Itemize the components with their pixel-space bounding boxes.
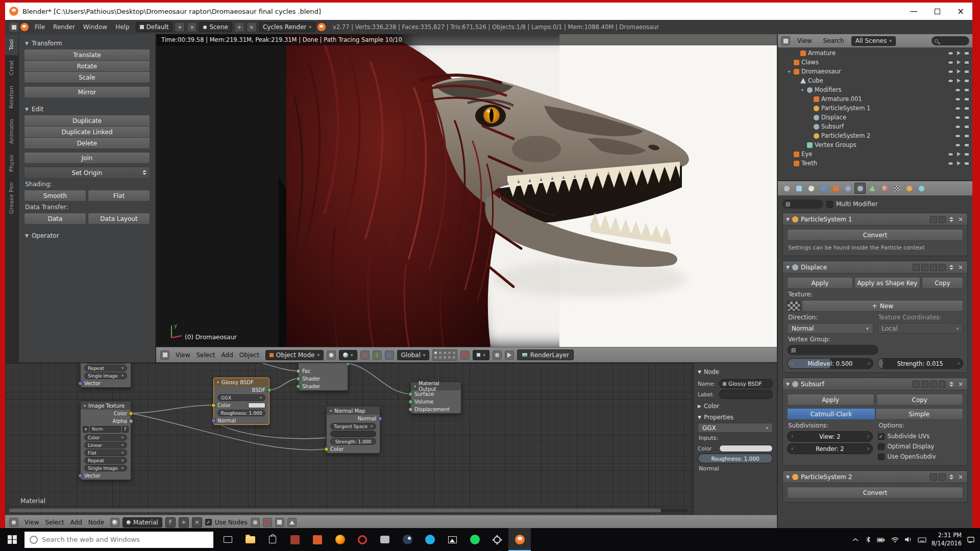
menu-item[interactable]: Render xyxy=(49,20,79,34)
outliner-search-menu[interactable]: Search xyxy=(819,34,848,48)
toolshelf-tab[interactable]: Relation xyxy=(5,81,19,114)
cage-icon[interactable] xyxy=(939,381,946,388)
outliner-row[interactable]: Modifiers xyxy=(778,85,972,94)
subdivide-uvs-checkbox[interactable]: ✓ xyxy=(878,433,885,440)
layers-widget[interactable] xyxy=(432,349,457,361)
normal-out-socket[interactable] xyxy=(378,416,382,421)
roughness-slider[interactable]: Roughness: 1.000 xyxy=(698,454,773,463)
selectable-cursor-icon[interactable] xyxy=(957,51,961,55)
node-mix-shader-partial[interactable]: Fac Shader Shader xyxy=(298,363,348,391)
move-modifier-arrows[interactable] xyxy=(949,217,953,222)
properties-tab-icon[interactable] xyxy=(891,183,902,194)
renderable-camera-icon[interactable] xyxy=(964,61,969,64)
outliner-row[interactable]: ParticleSystem 2 xyxy=(778,131,972,140)
render-engine-selector[interactable]: Cycles Render▾ xyxy=(259,22,315,32)
image-name-field[interactable]: Norm xyxy=(90,426,121,433)
taskbar-app-icon[interactable] xyxy=(486,528,508,551)
renderable-camera-icon[interactable] xyxy=(964,70,969,73)
taskbar-clock[interactable]: 2:31 PM 8/14/2016 xyxy=(932,532,962,547)
menu-item[interactable]: Select xyxy=(193,347,218,363)
properties-tab-icon[interactable] xyxy=(793,183,804,194)
menu-item[interactable]: Help xyxy=(111,20,133,34)
texture-thumbnail[interactable] xyxy=(787,301,800,311)
convert-button[interactable]: Convert xyxy=(787,487,963,498)
taskbar-app-icon[interactable] xyxy=(351,528,374,551)
visibility-eye-icon[interactable] xyxy=(948,61,953,64)
taskbar-app-icon[interactable] xyxy=(261,528,284,551)
properties-tab-icon[interactable] xyxy=(916,183,927,194)
node-name-field[interactable]: Glossy BSDF xyxy=(719,379,773,388)
keyboard-icon[interactable] xyxy=(918,528,926,551)
move-modifier-arrows[interactable] xyxy=(949,474,953,480)
menu-item[interactable]: View xyxy=(173,347,193,363)
taskbar-app-icon[interactable] xyxy=(419,528,441,551)
close-icon[interactable]: × xyxy=(957,264,964,271)
convert-button[interactable]: Convert xyxy=(787,229,963,241)
copy-button[interactable]: Copy xyxy=(876,394,964,406)
transform-orientation-selector[interactable]: Global▾ xyxy=(397,350,430,360)
cage-icon[interactable] xyxy=(939,264,946,271)
edit-button[interactable]: Duplicate Linked xyxy=(24,126,150,138)
show-viewport-icon[interactable] xyxy=(939,216,946,223)
render-toggle-icon[interactable] xyxy=(930,473,937,481)
visibility-eye-icon[interactable] xyxy=(955,107,961,110)
minimize-button[interactable]: — xyxy=(902,3,925,20)
toolshelf-tab[interactable]: Creat xyxy=(5,55,19,81)
editor-type-icon[interactable] xyxy=(160,350,169,360)
properties-section-header[interactable]: ▼Properties xyxy=(698,412,773,423)
scene-selector[interactable]: Scene xyxy=(199,22,232,32)
outliner-view-menu[interactable]: View xyxy=(793,34,816,48)
disclosure-triangle-icon[interactable] xyxy=(787,69,792,74)
menu-item[interactable]: Object xyxy=(236,347,262,363)
apply-as-shape-key-button[interactable]: Apply as Shape Key xyxy=(854,277,920,289)
use-nodes-checkbox[interactable]: ✓ xyxy=(205,519,212,525)
renderable-camera-icon[interactable] xyxy=(964,97,969,101)
maximize-button[interactable] xyxy=(925,3,949,20)
properties-tab-icon[interactable] xyxy=(903,183,915,194)
properties-tab-icon[interactable] xyxy=(867,183,878,194)
close-icon[interactable]: × xyxy=(957,216,964,223)
bsdf-socket[interactable] xyxy=(267,388,272,392)
alpha-socket[interactable] xyxy=(129,419,133,423)
close-icon[interactable]: × xyxy=(957,381,964,388)
taskbar-app-icon[interactable] xyxy=(216,528,239,551)
node-section-header[interactable]: ▼Node xyxy=(698,366,773,378)
wifi-icon[interactable] xyxy=(891,528,899,551)
modifier-header[interactable]: ▼ Subsurf × xyxy=(783,378,967,390)
color-swatch[interactable] xyxy=(719,445,773,452)
properties-tab-icon[interactable] xyxy=(805,183,817,194)
renderable-camera-icon[interactable] xyxy=(964,162,969,165)
color-socket[interactable] xyxy=(324,447,329,452)
outliner-search-input[interactable] xyxy=(932,36,969,45)
outliner-row[interactable]: Displace xyxy=(778,113,972,122)
renderlayer-selector[interactable]: RenderLayer xyxy=(517,349,574,360)
set-origin-menu[interactable]: Set Origin xyxy=(24,167,150,179)
renderable-camera-icon[interactable] xyxy=(964,143,969,147)
outliner-row[interactable]: ParticleSystem 1 xyxy=(778,104,972,113)
fac-socket[interactable] xyxy=(296,369,301,373)
surface-socket[interactable] xyxy=(408,392,413,396)
menu-item[interactable]: File xyxy=(31,20,49,34)
smooth-button[interactable]: Smooth xyxy=(24,190,86,202)
displacement-socket[interactable] xyxy=(408,407,413,412)
catmull-clark-button[interactable]: Catmull-Clark xyxy=(787,408,875,420)
show-viewport-icon[interactable] xyxy=(939,473,946,481)
color-swatch[interactable] xyxy=(248,403,265,408)
shader-socket[interactable] xyxy=(296,377,301,381)
simple-button[interactable]: Simple xyxy=(875,408,964,420)
data-button[interactable]: Data xyxy=(24,213,86,224)
modifier-header[interactable]: ▼ ParticleSystem 2 × xyxy=(783,471,967,483)
data-layout-button[interactable]: Data Layout xyxy=(88,213,150,224)
snap-element-selector[interactable]: ▾ xyxy=(473,350,489,360)
taskbar-app-icon[interactable] xyxy=(329,528,351,551)
visibility-eye-icon[interactable] xyxy=(955,125,961,129)
menu-item[interactable]: View xyxy=(21,515,42,530)
fake-user-button[interactable]: F xyxy=(165,517,176,528)
properties-tab-icon[interactable] xyxy=(830,183,841,194)
roughness-slider[interactable]: Roughness: 1.000 xyxy=(217,410,265,416)
toolshelf-tab[interactable]: Animatio xyxy=(5,114,19,149)
unlink-material-button[interactable]: × xyxy=(192,517,202,528)
selectable-cursor-icon[interactable] xyxy=(957,161,961,165)
edit-panel-header[interactable]: ▼Edit xyxy=(24,103,150,115)
color-socket[interactable] xyxy=(211,403,216,408)
